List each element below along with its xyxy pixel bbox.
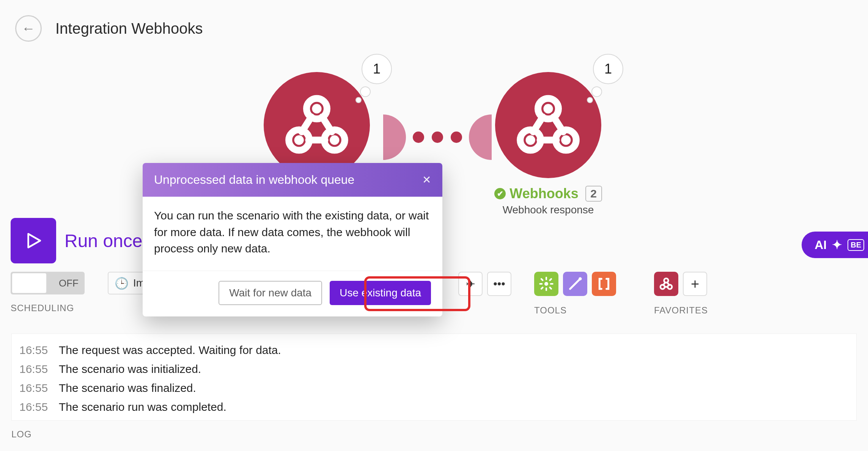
ellipsis-icon: ••• [493, 277, 505, 290]
connector-dots [413, 132, 462, 143]
log-time: 16:55 [19, 382, 50, 395]
toggle-knob [12, 273, 46, 293]
dialog-title: Unprocessed data in webhook queue [154, 173, 354, 187]
bubble-tail [355, 97, 362, 103]
run-once-label: Run once [64, 230, 142, 251]
check-icon: ✔ [494, 188, 506, 199]
connector-out [383, 114, 406, 160]
explain-flow-button[interactable]: ✈ [458, 272, 483, 296]
gear-icon [539, 276, 554, 291]
more-button[interactable]: ••• [487, 272, 511, 296]
tool-devtools[interactable] [563, 272, 587, 296]
module-circle: 1 [495, 72, 601, 178]
scheduling-toggle[interactable]: OFF [11, 272, 85, 294]
favorite-webhook[interactable] [654, 272, 678, 296]
ai-assistant-button[interactable]: AI ✦ BE [802, 232, 868, 258]
toggle-state: OFF [59, 277, 79, 289]
page-title: Integration Webhooks [55, 20, 203, 37]
bubble-count: 1 [373, 61, 381, 77]
airplane-icon: ✈ [466, 277, 475, 291]
connector-in [469, 114, 492, 160]
sparkle-icon: ✦ [832, 238, 842, 252]
webhook-icon [659, 276, 674, 291]
tool-notes[interactable] [592, 272, 616, 296]
log-row: 16:55 The scenario was initialized. [19, 360, 849, 379]
log-message: The scenario was finalized. [59, 382, 196, 395]
tools-icon [568, 276, 583, 291]
dialog-body: You can run the scenario with the existi… [143, 197, 442, 271]
favorites-label: FAVORITES [654, 305, 708, 316]
svg-point-11 [561, 135, 571, 145]
tools-label: TOOLS [534, 305, 616, 316]
log-row: 16:55 The scenario run was completed. [19, 398, 849, 417]
log-time: 16:55 [19, 344, 50, 357]
bubble-tail [591, 86, 602, 97]
connector[interactable] [383, 114, 492, 160]
plus-icon: + [691, 276, 699, 292]
svg-point-12 [544, 282, 548, 286]
svg-point-3 [312, 104, 321, 113]
right-tools: ✈ ••• TOOLS [458, 272, 708, 316]
svg-point-13 [579, 277, 582, 280]
brackets-icon [596, 276, 612, 291]
module-order: 2 [585, 186, 602, 202]
dialog-footer: Wait for new data Use existing data [143, 271, 442, 316]
module-webhook-trigger[interactable]: 1 [264, 72, 370, 178]
close-icon[interactable]: ✕ [422, 174, 431, 186]
scheduling-label: SCHEDULING [11, 303, 85, 313]
favorites-group: + FAVORITES [654, 272, 708, 316]
back-button[interactable]: ← [15, 15, 42, 42]
clock-icon: 🕒 [115, 277, 129, 290]
webhook-icon [514, 91, 582, 159]
log-message: The scenario run was completed. [59, 401, 226, 413]
bubble-count: 1 [604, 61, 612, 77]
run-once-button[interactable] [11, 218, 56, 263]
log-panel: 16:55 The request was accepted. Waiting … [11, 334, 857, 421]
log-message: The scenario was initialized. [59, 363, 201, 376]
add-favorite-button[interactable]: + [683, 272, 707, 296]
bubble-tail [360, 86, 371, 97]
dialog-header: Unprocessed data in webhook queue ✕ [143, 163, 442, 197]
scheduling-section: OFF SCHEDULING [11, 272, 85, 313]
arrow-left-icon: ← [22, 20, 35, 36]
play-icon [23, 230, 44, 251]
beta-badge: BE [848, 239, 864, 251]
tools-group: TOOLS [534, 272, 616, 316]
page-header: ← Integration Webhooks [0, 0, 868, 42]
ai-label: AI [815, 238, 827, 252]
log-label: LOG [11, 429, 32, 440]
module-label: ✔ Webhooks 2 Webhook response [487, 186, 609, 216]
module-run-count-bubble[interactable]: 1 [362, 54, 392, 84]
module-name: Webhooks [509, 186, 578, 202]
svg-point-5 [330, 135, 339, 145]
tool-settings[interactable] [534, 272, 558, 296]
use-existing-data-button[interactable]: Use existing data [330, 281, 431, 305]
log-row: 16:55 The scenario was finalized. [19, 379, 849, 398]
svg-point-10 [526, 135, 535, 145]
svg-point-9 [543, 104, 553, 113]
log-message: The request was accepted. Waiting for da… [59, 344, 281, 357]
log-time: 16:55 [19, 363, 50, 376]
module-subtitle: Webhook response [487, 204, 609, 216]
bubble-tail [587, 97, 593, 103]
wait-for-new-data-button[interactable]: Wait for new data [219, 281, 322, 305]
module-run-count-bubble[interactable]: 1 [593, 54, 623, 84]
module-circle: 1 [264, 72, 370, 178]
log-time: 16:55 [19, 401, 50, 413]
svg-point-4 [294, 135, 304, 145]
module-webhook-response[interactable]: 1 [495, 72, 601, 178]
unprocessed-data-dialog: Unprocessed data in webhook queue ✕ You … [143, 163, 442, 316]
log-row: 16:55 The request was accepted. Waiting … [19, 341, 849, 360]
webhook-icon [283, 91, 351, 159]
